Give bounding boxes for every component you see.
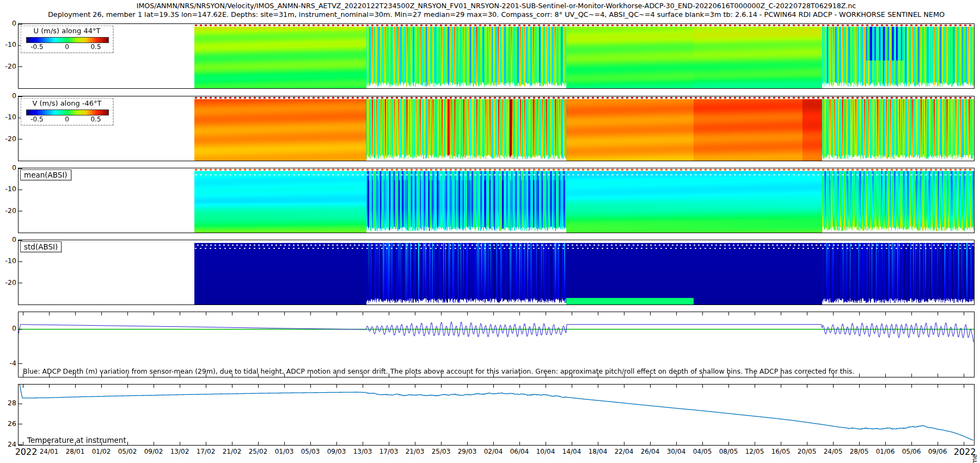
- y-tick-label: -4: [0, 360, 16, 367]
- v-velocity-heatmap: [19, 96, 974, 161]
- x-tick-label: 28/05: [850, 448, 869, 455]
- x-tick-label: 30/04: [667, 448, 686, 455]
- x-axis-year-start: 2022: [15, 447, 38, 457]
- x-tick-label: 28/01: [66, 448, 85, 455]
- x-tick-label: 14/04: [562, 448, 581, 455]
- y-tick-label: -10: [0, 113, 16, 121]
- v-colorbar-tick: 0.5: [90, 115, 101, 123]
- figure-title: IMOS/ANMN/NRS/NRSYON/Velocity/IMOS_ANMN-…: [18, 2, 975, 10]
- y-tick-label: 26: [0, 420, 16, 428]
- x-tick-label: 17/02: [197, 448, 216, 455]
- panel-depth-variation: Blue: ADCP Depth (m) variation from sens…: [18, 312, 975, 377]
- x-tick-label: 18/04: [589, 448, 608, 455]
- y-tick-label: 24: [0, 441, 16, 448]
- figure-subtitle: Deployment 26, member 1 lat=19.3S lon=14…: [18, 10, 975, 19]
- u-colorbar-tick: 0.5: [90, 43, 101, 51]
- x-tick-label: 12/05: [745, 448, 764, 455]
- std-absi-heatmap: [19, 240, 974, 304]
- x-tick-label: 10/04: [536, 448, 555, 455]
- x-tick-label: 09/06: [928, 448, 947, 455]
- temperature-label: Temperature at instrument: [27, 436, 126, 444]
- y-tick-label: -20: [0, 279, 16, 287]
- x-tick-label: 01/06: [876, 448, 895, 455]
- x-tick-label: 13/02: [170, 448, 189, 455]
- x-tick-label: 06/04: [510, 448, 529, 455]
- imos-credit-vertical: © IMOS 21-Dec-2024 21:56:07 Hobart time: [971, 454, 978, 463]
- x-tick-label: 05/03: [301, 448, 320, 455]
- x-tick-label: 22/04: [615, 448, 634, 455]
- y-tick-label: -10: [0, 41, 16, 48]
- u-colorbar-tick: 0: [65, 43, 69, 51]
- v-colorbar-legend: V (m/s) along -46°T -0.5 0 0.5: [21, 98, 113, 125]
- y-tick-label: 0: [0, 236, 16, 243]
- x-tick-label: 09/03: [327, 448, 346, 455]
- u-velocity-heatmap: [19, 24, 974, 88]
- y-tick-label: 0: [0, 92, 16, 100]
- y-tick-label: 0: [0, 20, 16, 27]
- x-tick-label: 09/02: [144, 448, 163, 455]
- u-colorbar: [26, 37, 109, 43]
- x-tick-label: 24/05: [824, 448, 843, 455]
- x-tick-label: 25/02: [249, 448, 268, 455]
- v-colorbar-tick: 0: [65, 115, 69, 123]
- x-tick-label: 13/03: [353, 448, 372, 455]
- x-tick-label: 01/02: [92, 448, 111, 455]
- v-colorbar: [26, 109, 109, 115]
- u-colorbar-legend: U (m/s) along 44°T -0.5 0 0.5: [21, 26, 113, 53]
- x-tick-label: 25/03: [432, 448, 451, 455]
- y-tick-label: -20: [0, 135, 16, 143]
- panel-std-absi: std(ABSI): [18, 240, 975, 305]
- x-tick-label: 21/03: [406, 448, 425, 455]
- mean-absi-label: mean(ABSI): [20, 169, 71, 180]
- y-tick-label: 0: [0, 325, 16, 332]
- panel-mean-absi: mean(ABSI): [18, 168, 975, 233]
- y-tick-label: -10: [0, 257, 16, 265]
- x-tick-label: 16/05: [771, 448, 791, 455]
- y-tick-label: -20: [0, 207, 16, 215]
- x-tick-label: 08/05: [719, 448, 738, 455]
- panel-v-velocity: V (m/s) along -46°T -0.5 0 0.5: [18, 96, 975, 161]
- x-tick-label: 29/03: [458, 448, 477, 455]
- std-absi-label: std(ABSI): [20, 241, 62, 252]
- x-tick-label: 26/04: [641, 448, 660, 455]
- x-tick-label: 17/03: [379, 448, 399, 455]
- v-legend-title: V (m/s) along -46°T: [21, 99, 113, 107]
- x-tick-label: 02/04: [484, 448, 503, 455]
- depth-variation-note: Blue: ADCP Depth (m) variation from sens…: [23, 367, 854, 375]
- panel-temperature: Temperature at instrument: [18, 384, 975, 446]
- x-tick-label: 20/05: [798, 448, 817, 455]
- u-colorbar-tick: -0.5: [30, 43, 43, 51]
- x-tick-label: 24/01: [40, 448, 59, 455]
- u-legend-title: U (m/s) along 44°T: [21, 27, 113, 35]
- y-tick-label: 28: [0, 399, 16, 407]
- x-tick-label: 05/02: [118, 448, 137, 455]
- adcp-deployment-figure: IMOS/ANMN/NRS/NRSYON/Velocity/IMOS_ANMN-…: [0, 0, 980, 463]
- mean-absi-heatmap: [19, 168, 974, 233]
- v-colorbar-tick: -0.5: [30, 115, 43, 123]
- x-tick-label: 04/05: [693, 448, 712, 455]
- y-tick-label: -20: [0, 63, 16, 70]
- x-tick-label: 01/03: [275, 448, 294, 455]
- y-tick-label: 0: [0, 164, 16, 172]
- y-tick-label: -10: [0, 185, 16, 193]
- temperature-lineplot: [19, 385, 974, 445]
- x-tick-label: 05/06: [902, 448, 921, 455]
- panel-u-velocity: U (m/s) along 44°T -0.5 0 0.5: [18, 23, 975, 89]
- x-tick-label: 21/02: [223, 448, 242, 455]
